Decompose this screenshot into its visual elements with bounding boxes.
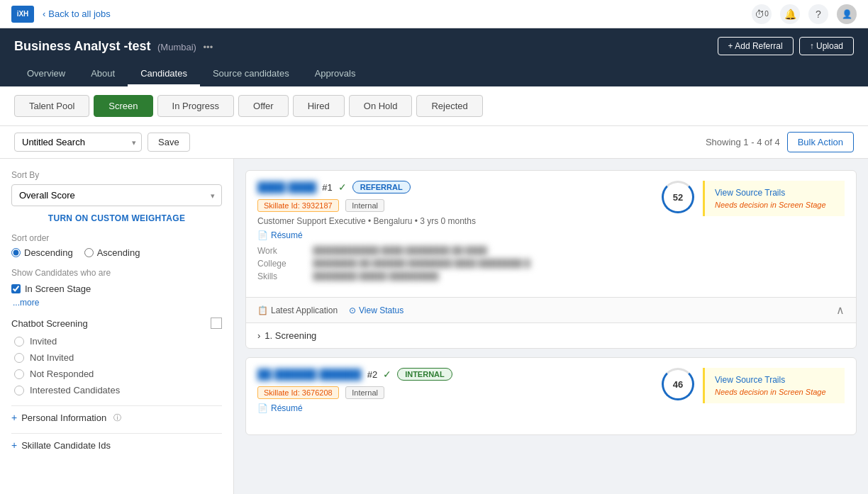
status-icon: ⊙ — [349, 305, 356, 315]
chatbot-not-responded[interactable]: Not Responded — [14, 369, 222, 379]
stage-offer[interactable]: Offer — [238, 95, 289, 117]
source-trails-note-2: Needs decision in Screen Stage — [715, 388, 835, 396]
tab-approvals[interactable]: Approvals — [302, 62, 369, 86]
stage-on-hold[interactable]: On Hold — [349, 95, 413, 117]
skillate-ids-expand[interactable]: + Skillate Candidate Ids — [11, 437, 222, 454]
candidate-name-2[interactable]: ██ ██████ ██████ — [257, 369, 362, 380]
resume-label-2: Résumé — [271, 403, 303, 413]
ascending-option[interactable]: Ascending — [84, 247, 140, 258]
candidate-card: ████ ████ #1 ✓ REFERRAL Skillate Id: 393… — [245, 170, 857, 349]
chatbot-options: Invited Not Invited Not Responded Intere… — [11, 336, 222, 395]
chatbot-label: Chatbot Screening — [11, 318, 88, 329]
custom-weightage-link[interactable]: TURN ON CUSTOM WEIGHTAGE — [11, 213, 222, 223]
tab-source-candidates[interactable]: Source candidates — [200, 62, 302, 86]
candidate-name[interactable]: ████ ████ — [257, 181, 316, 193]
stage-hired[interactable]: Hired — [293, 95, 345, 117]
view-status-link[interactable]: ⊙ View Status — [349, 305, 404, 315]
search-select[interactable]: Untitled Search — [14, 133, 142, 152]
latest-application-link[interactable]: 📋 Latest Application — [257, 305, 338, 315]
save-search-button[interactable]: Save — [148, 133, 190, 152]
filter-row: Untitled Search Save Showing 1 - 4 of 4 … — [0, 126, 868, 159]
ascending-radio[interactable] — [84, 248, 94, 257]
skillate-id-badge-2: Skillate Id: 3676208 — [257, 386, 339, 399]
job-menu-icon[interactable]: ••• — [204, 42, 213, 52]
skillate-id-row: Skillate Id: 3932187 Internal — [257, 199, 662, 212]
show-candidates-section: Show Candidates who are In Screen Stage … — [11, 268, 222, 308]
tab-about[interactable]: About — [78, 62, 128, 86]
sort-select[interactable]: Overall Score — [11, 184, 222, 206]
user-avatar[interactable]: 👤 — [837, 4, 857, 24]
tab-overview[interactable]: Overview — [14, 62, 78, 86]
not-invited-radio-circle — [14, 353, 24, 363]
stage-talent-pool[interactable]: Talent Pool — [14, 95, 89, 117]
verified-icon: ✓ — [338, 181, 347, 193]
sort-order-label: Sort order — [11, 233, 222, 243]
timer-icon[interactable]: ⏱ 0 — [752, 4, 772, 24]
skillate-ids-section: + Skillate Candidate Ids — [11, 437, 222, 454]
filter-left: Untitled Search Save — [14, 133, 190, 152]
chatbot-checkbox[interactable] — [211, 318, 222, 329]
info-grid: Work ████████████ ████ ████████ ██ ████ … — [257, 246, 662, 281]
resume-link-2[interactable]: 📄 Résumé — [257, 403, 662, 413]
notification-bell-icon[interactable]: 🔔 — [780, 4, 800, 24]
screening-label: 1. Screening — [265, 330, 316, 341]
chatbot-invited[interactable]: Invited — [14, 336, 222, 347]
internal-source-badge-2: Internal — [345, 386, 384, 399]
help-icon[interactable]: ? — [808, 4, 828, 24]
interested-radio-circle — [14, 386, 24, 395]
stage-in-progress[interactable]: In Progress — [157, 95, 234, 117]
descending-radio[interactable] — [11, 248, 21, 257]
candidate-top-row: ████ ████ #1 ✓ REFERRAL Skillate Id: 393… — [257, 181, 845, 281]
logo-icon: iXH — [11, 6, 34, 23]
internal-badge-2: INTERNAL — [397, 368, 452, 381]
top-nav-right: ⏱ 0 🔔 ? 👤 — [752, 4, 857, 24]
personal-info-label: Personal Information — [21, 412, 106, 423]
sidebar: Sort By Overall Score TURN ON CUSTOM WEI… — [0, 159, 234, 494]
descending-label: Descending — [24, 247, 73, 258]
personal-info-expand[interactable]: + Personal Information ⓘ — [11, 409, 222, 426]
source-trails-link[interactable]: View Source Trails — [715, 188, 835, 198]
job-header: Business Analyst -test (Mumbai) ••• + Ad… — [0, 28, 868, 86]
resume-link[interactable]: 📄 Résumé — [257, 230, 662, 240]
tab-candidates[interactable]: Candidates — [128, 62, 200, 86]
bulk-action-button[interactable]: Bulk Action — [787, 132, 854, 152]
resume-file-icon: 📄 — [257, 230, 268, 240]
more-candidates-link[interactable]: ...more — [13, 298, 39, 308]
stage-screen[interactable]: Screen — [94, 95, 152, 117]
score-circle: 52 — [662, 181, 694, 213]
descending-option[interactable]: Descending — [11, 247, 73, 258]
job-title: Business Analyst -test — [14, 39, 150, 53]
invited-radio-circle — [14, 337, 24, 347]
candidate-top-row-2: ██ ██████ ██████ #2 ✓ INTERNAL Skillate … — [257, 368, 845, 419]
internal-source-badge: Internal — [345, 199, 384, 212]
in-screen-stage-checkbox[interactable] — [11, 284, 21, 293]
interested-label: Interested Candidates — [30, 385, 120, 395]
top-nav-left: iXH ‹ Back to all jobs — [11, 6, 111, 23]
collapse-icon[interactable]: ∧ — [836, 303, 845, 317]
not-responded-label: Not Responded — [30, 369, 94, 379]
chatbot-interested[interactable]: Interested Candidates — [14, 385, 222, 395]
skillate-ids-label: Skillate Candidate Ids — [21, 440, 111, 451]
source-trails-link-2[interactable]: View Source Trails — [715, 375, 835, 385]
candidate-details: Customer Support Executive • Bengaluru •… — [257, 216, 662, 226]
job-title-row: Business Analyst -test (Mumbai) ••• + Ad… — [14, 37, 854, 55]
back-to-jobs-link[interactable]: ‹ Back to all jobs — [43, 9, 111, 19]
upload-button[interactable]: ↑ Upload — [799, 37, 854, 55]
chatbot-header: Chatbot Screening — [11, 318, 222, 329]
main-layout: Sort By Overall Score TURN ON CUSTOM WEI… — [0, 159, 868, 494]
resume-label: Résumé — [271, 230, 303, 240]
stage-bar: Talent Pool Screen In Progress Offer Hir… — [0, 86, 868, 126]
candidate-info-left-2: ██ ██████ ██████ #2 ✓ INTERNAL Skillate … — [257, 368, 662, 419]
screening-title[interactable]: › 1. Screening — [257, 330, 845, 341]
candidate-card: ██ ██████ ██████ #2 ✓ INTERNAL Skillate … — [245, 357, 857, 435]
skillate-id-badge: Skillate Id: 3932187 — [257, 199, 339, 212]
in-screen-stage-option[interactable]: In Screen Stage — [11, 284, 222, 294]
candidate-right-2: 46 View Source Trails Needs decision in … — [662, 368, 845, 403]
sort-select-wrapper: Overall Score — [11, 184, 222, 206]
source-trails-box-2: View Source Trails Needs decision in Scr… — [703, 368, 845, 403]
stage-rejected[interactable]: Rejected — [416, 95, 482, 117]
add-referral-button[interactable]: + Add Referral — [718, 37, 794, 55]
app-logo: iXH — [11, 6, 34, 23]
chatbot-not-invited[interactable]: Not Invited — [14, 352, 222, 363]
work-value: ████████████ ████ ████████ ██ ████ — [313, 246, 662, 256]
